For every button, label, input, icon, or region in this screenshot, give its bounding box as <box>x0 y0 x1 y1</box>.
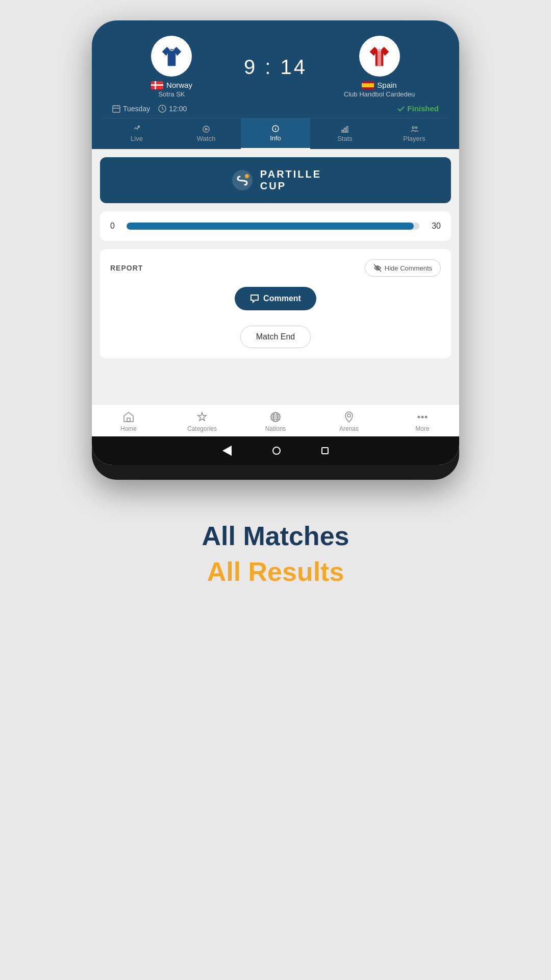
nav-home[interactable]: Home <box>92 409 165 434</box>
svg-point-17 <box>412 127 414 129</box>
home-icon <box>122 411 135 423</box>
svg-rect-14 <box>342 130 343 132</box>
score-home: 9 <box>244 56 257 78</box>
clock-icon <box>158 105 166 113</box>
away-flag-name: Spain <box>362 81 396 89</box>
nav-arenas[interactable]: Arenas <box>312 409 386 434</box>
svg-rect-15 <box>344 128 346 132</box>
home-flag-name: Norway <box>151 81 192 89</box>
nav-nations-label: Nations <box>265 425 286 432</box>
content-area: PARTILLE CUP 0 30 REPORT <box>92 149 459 404</box>
svg-point-8 <box>138 126 140 128</box>
progress-bar-bg <box>127 223 419 230</box>
tab-stats[interactable]: Stats <box>310 118 380 149</box>
tab-info[interactable]: Info <box>241 118 310 149</box>
categories-icon <box>196 411 208 423</box>
match-end-button[interactable]: Match End <box>240 326 311 348</box>
tab-live[interactable]: Live <box>102 118 171 149</box>
promo-line1: All Matches <box>202 521 349 551</box>
svg-point-31 <box>422 416 423 418</box>
progress-min: 0 <box>110 222 120 231</box>
match-day-text: Tuesday <box>123 105 150 113</box>
globe-icon <box>269 411 282 423</box>
nav-categories[interactable]: Categories <box>165 409 239 434</box>
nav-recent-button[interactable] <box>321 447 329 454</box>
match-end-label: Match End <box>256 332 295 341</box>
phone-frame: Norway Sotra SK 9 : 14 <box>92 20 459 480</box>
hide-icon <box>373 264 382 272</box>
svg-point-32 <box>425 416 427 418</box>
home-club: Sotra SK <box>158 90 185 98</box>
promo-line2: All Results <box>202 556 349 587</box>
svg-point-29 <box>347 414 350 417</box>
tab-watch-label: Watch <box>197 135 215 142</box>
partille-cup-text: PARTILLE CUP <box>260 168 321 192</box>
away-jersey-svg <box>365 42 393 70</box>
match-time-text: 12:00 <box>169 105 187 113</box>
partille-logo: PARTILLE CUP <box>230 167 321 193</box>
svg-marker-10 <box>205 128 208 131</box>
match-header: Norway Sotra SK 9 : 14 <box>92 20 459 149</box>
status-finished: Finished <box>397 104 439 113</box>
home-country: Norway <box>166 81 192 89</box>
progress-max: 30 <box>425 222 441 231</box>
score-separator: : <box>265 56 280 78</box>
android-nav <box>92 436 459 465</box>
bottom-nav: Home Categories Nations <box>92 404 459 436</box>
meta-left: Tuesday 12:00 <box>112 105 187 113</box>
hide-comments-label: Hide Comments <box>385 264 432 272</box>
more-icon <box>416 411 429 423</box>
nav-home-label: Home <box>120 425 137 432</box>
progress-card: 0 30 <box>100 211 451 241</box>
away-country: Spain <box>377 81 396 89</box>
away-club: Club Handbol Cardedeu <box>344 90 415 98</box>
home-jersey-svg <box>158 42 186 70</box>
tournament-card: PARTILLE CUP <box>100 157 451 203</box>
players-icon <box>410 125 418 133</box>
home-team-jersey <box>151 36 192 77</box>
tab-players[interactable]: Players <box>380 118 449 149</box>
comment-button[interactable]: Comment <box>235 287 316 310</box>
norway-flag <box>151 81 163 89</box>
calendar-icon <box>112 105 120 113</box>
hide-comments-button[interactable]: Hide Comments <box>365 259 441 277</box>
match-score: 9 : 14 <box>244 56 307 79</box>
match-time: 12:00 <box>158 105 187 113</box>
away-team-jersey <box>359 36 400 77</box>
svg-rect-1 <box>113 106 120 112</box>
report-header: REPORT Hide Comments <box>110 259 441 277</box>
nav-back-button[interactable] <box>222 446 232 456</box>
svg-rect-22 <box>127 418 130 422</box>
home-team: Norway Sotra SK <box>107 36 236 98</box>
promo-text-area: All Matches All Results <box>192 510 360 597</box>
nav-arenas-label: Arenas <box>339 425 359 432</box>
spain-flag <box>362 81 374 89</box>
check-icon <box>397 105 405 113</box>
svg-point-30 <box>418 416 420 418</box>
info-icon <box>271 125 280 133</box>
status-text: Finished <box>407 104 439 113</box>
nav-more[interactable]: More <box>386 409 459 434</box>
match-day: Tuesday <box>112 105 150 113</box>
report-label: REPORT <box>110 264 143 272</box>
tab-players-label: Players <box>403 135 425 142</box>
nav-categories-label: Categories <box>187 425 217 432</box>
report-section: REPORT Hide Comments Comment <box>100 249 451 358</box>
teams-row: Norway Sotra SK 9 : 14 <box>102 31 449 98</box>
live-icon <box>133 125 141 133</box>
nav-nations[interactable]: Nations <box>239 409 312 434</box>
svg-rect-0 <box>378 48 381 65</box>
tabs-bar: Live Watch Info <box>102 118 449 149</box>
svg-line-7 <box>162 109 164 110</box>
svg-point-13 <box>276 127 276 128</box>
match-meta: Tuesday 12:00 Finishe <box>102 98 449 118</box>
watch-icon <box>202 125 210 133</box>
tab-watch[interactable]: Watch <box>171 118 241 149</box>
tournament-name-line1: PARTILLE <box>260 168 321 180</box>
nav-home-button[interactable] <box>272 447 281 455</box>
svg-marker-23 <box>198 412 206 421</box>
tournament-name-line2: CUP <box>260 180 321 192</box>
tab-live-label: Live <box>131 135 143 142</box>
score-area: 9 : 14 <box>236 56 315 79</box>
tab-info-label: Info <box>270 134 281 142</box>
